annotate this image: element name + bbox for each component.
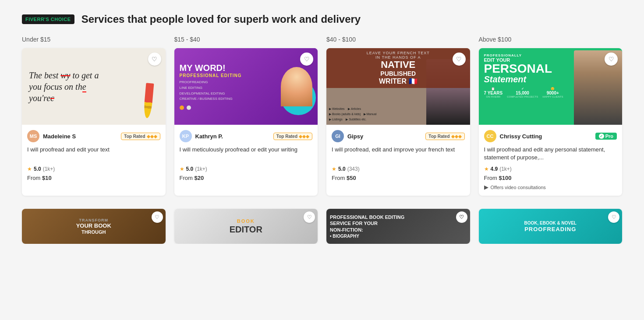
- star-icon-kathryn: ★: [180, 166, 184, 172]
- card-title-chrissy: I will proofread and edit any personal s…: [484, 146, 617, 162]
- card-kathryn-image: MY WORD! PROFESSIONAL EDITING PROOFREADI…: [174, 48, 318, 125]
- wishlist-button-chrissy[interactable]: ♡: [605, 53, 618, 66]
- card-title-gipsy: I will proofread, edit and improve your …: [332, 146, 465, 162]
- bottom-cards-row: TRANSFORM YOUR BOOK THROUGH ♡ BOOK EDITO…: [22, 209, 622, 244]
- wishlist-button-bc1[interactable]: ♡: [152, 211, 163, 223]
- rating-count-chrissy: (1k+): [499, 166, 512, 172]
- wishlist-button-bc3[interactable]: ♡: [456, 211, 467, 223]
- price-range-labels: Under $15 $15 - $40 $40 - $100 Above $10…: [22, 36, 622, 43]
- card-title-kathryn: I will meticulously proofread or edit yo…: [180, 146, 313, 162]
- seller-name-chrissy: Chrissy Cutting: [500, 133, 592, 140]
- section-header: FIVERR'S CHOICE Services that people lov…: [22, 13, 622, 25]
- top-rated-badge-madeleine: Top Rated ◆◆◆: [121, 133, 160, 140]
- avatar-initials-kathryn: KP: [180, 130, 192, 142]
- badge-diamonds-madeleine: ◆◆◆: [147, 134, 157, 139]
- rating-row-chrissy: ★ 4.9 (1k+): [484, 166, 617, 172]
- bottom-card-4[interactable]: Book, Ebook & Novel PROOFREADING ♡: [479, 209, 623, 244]
- top-rated-badge-kathryn: Top Rated ◆◆◆: [273, 133, 312, 140]
- wishlist-button-bc4[interactable]: ♡: [608, 211, 619, 223]
- rating-value-gipsy: 5.0: [338, 166, 346, 172]
- price-range-above100: Above $100: [479, 36, 623, 43]
- video-consultation-label-chrissy: ▶ Offers video consultations: [484, 184, 617, 190]
- price-madeleine: From $10: [27, 175, 160, 181]
- badge-fiverrs: FIVERR'S: [25, 17, 49, 22]
- price-range-40-100: $40 - $100: [326, 36, 470, 43]
- top-rated-badge-gipsy: Top Rated ◆◆◆: [425, 133, 464, 140]
- cards-grid: The best wy to get a you focus on the yo…: [22, 48, 622, 196]
- avatar-madeleine: MS: [27, 130, 39, 142]
- wishlist-button-gipsy[interactable]: ♡: [453, 53, 466, 66]
- star-icon-madeleine: ★: [27, 166, 32, 172]
- price-range-15-40: $15 - $40: [174, 36, 318, 43]
- avatar-kathryn: KP: [180, 130, 192, 142]
- pro-checkmark-icon: ✓: [599, 134, 604, 139]
- rating-row-madeleine: ★ 5.0 (1k+): [27, 166, 160, 172]
- section-title: Services that people loved for superb wo…: [81, 13, 361, 25]
- rating-count-gipsy: (343): [347, 166, 360, 172]
- card-madeleine[interactable]: The best wy to get a you focus on the yo…: [22, 48, 166, 196]
- card-madeleine-image: The best wy to get a you focus on the yo…: [22, 48, 166, 125]
- seller-name-madeleine: Madeleine S: [43, 133, 117, 140]
- seller-name-kathryn: Kathryn P.: [195, 133, 270, 140]
- card-kathryn[interactable]: MY WORD! PROFESSIONAL EDITING PROOFREADI…: [174, 48, 318, 196]
- bottom-card-1[interactable]: TRANSFORM YOUR BOOK THROUGH ♡: [22, 209, 166, 244]
- price-kathryn: From $20: [180, 175, 313, 181]
- rating-row-gipsy: ★ 5.0 (343): [332, 166, 465, 172]
- wishlist-button-kathryn[interactable]: ♡: [300, 53, 313, 66]
- badge-diamonds-gipsy: ◆◆◆: [451, 134, 462, 139]
- card-gipsy[interactable]: Leave your french text in the hands of a…: [326, 48, 470, 196]
- pro-badge-chrissy: ✓ Pro: [595, 133, 617, 140]
- card-title-madeleine: I will proofread and edit your text: [27, 146, 160, 162]
- star-icon-chrissy: ★: [484, 166, 489, 172]
- avatar-initials-madeleine: MS: [27, 130, 39, 142]
- card-gipsy-image: Leave your french text in the hands of a…: [326, 48, 470, 125]
- rating-count-kathryn: (1k+): [195, 166, 207, 172]
- rating-value-kathryn: 5.0: [186, 166, 194, 172]
- price-chrissy: From $100: [484, 175, 617, 181]
- card-chrissy[interactable]: PROFESSIONALLY EDIT YOUR PERSONAL Statem…: [479, 48, 623, 196]
- avatar-chrissy: CC: [484, 130, 496, 142]
- wishlist-button-bc2[interactable]: ♡: [304, 211, 315, 223]
- price-gipsy: From $50: [332, 175, 465, 181]
- star-icon-gipsy: ★: [332, 166, 336, 172]
- bottom-card-2[interactable]: BOOK EDITOR ♡: [174, 209, 318, 244]
- rating-value-chrissy: 4.9: [491, 166, 498, 172]
- bottom-card-3[interactable]: Professional Book EditingService For You…: [326, 209, 470, 244]
- badge-choice: CHOICE: [51, 17, 71, 22]
- price-range-under15: Under $15: [22, 36, 166, 43]
- card-chrissy-image: PROFESSIONALLY EDIT YOUR PERSONAL Statem…: [479, 48, 623, 125]
- badge-diamonds-kathryn: ◆◆◆: [299, 134, 309, 139]
- wishlist-button-madeleine[interactable]: ♡: [148, 53, 161, 66]
- rating-row-kathryn: ★ 5.0 (1k+): [180, 166, 313, 172]
- rating-value-madeleine: 5.0: [34, 166, 41, 172]
- avatar-initials-chrissy: CC: [484, 130, 496, 142]
- avatar-gipsy: GI: [332, 130, 344, 142]
- seller-name-gipsy: Gipsy: [347, 133, 422, 140]
- video-icon-chrissy: ▶: [484, 184, 488, 190]
- fiverrs-choice-badge: FIVERR'S CHOICE: [22, 14, 74, 24]
- avatar-initials-gipsy: GI: [332, 130, 344, 142]
- rating-count-madeleine: (1k+): [43, 166, 55, 172]
